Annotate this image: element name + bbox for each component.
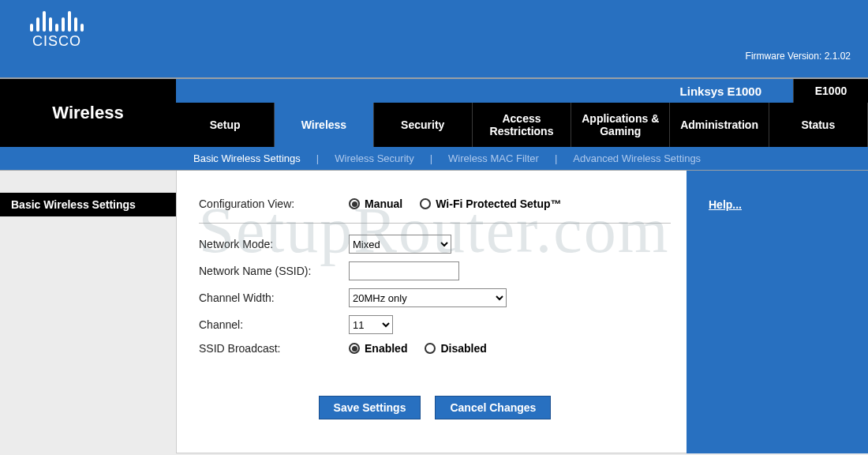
tab-access-restrictions[interactable]: Access Restrictions: [473, 103, 571, 147]
radio-label: Wi-Fi Protected Setup™: [436, 197, 561, 210]
brand-text: CISCO: [32, 33, 81, 50]
content: Basic Wireless Settings Configuration Vi…: [0, 171, 868, 453]
tab-wireless[interactable]: Wireless: [275, 103, 373, 147]
button-bar: Save Settings Cancel Changes: [199, 396, 671, 419]
row-channel-width: Channel Width: 20MHz only: [199, 288, 671, 307]
radio-icon: [425, 343, 436, 354]
subnav-basic-wireless[interactable]: Basic Wireless Settings: [193, 152, 301, 164]
left-column: Basic Wireless Settings: [0, 171, 176, 453]
label-channel: Channel:: [199, 318, 349, 331]
product-name: Linksys E1000: [649, 85, 793, 98]
row-network-mode: Network Mode: Mixed: [199, 235, 671, 254]
nav-tabs-area: Linksys E1000 E1000 Setup Wireless Secur…: [176, 79, 868, 147]
help-link[interactable]: Help...: [709, 198, 742, 211]
subnav-wireless-security[interactable]: Wireless Security: [335, 152, 413, 164]
select-network-mode[interactable]: Mixed: [349, 235, 451, 254]
tab-security[interactable]: Security: [374, 103, 473, 147]
radio-icon: [349, 343, 360, 354]
radio-group-config-view: Manual Wi-Fi Protected Setup™: [349, 197, 562, 210]
save-button[interactable]: Save Settings: [319, 396, 421, 419]
label-ssid: Network Name (SSID):: [199, 265, 349, 277]
tab-applications-gaming[interactable]: Applications & Gaming: [571, 103, 670, 147]
select-channel[interactable]: 11: [349, 315, 393, 334]
section-title: Basic Wireless Settings: [0, 193, 176, 216]
tab-setup[interactable]: Setup: [176, 103, 275, 147]
tab-administration[interactable]: Administration: [670, 103, 769, 147]
product-row: Linksys E1000 E1000: [176, 79, 868, 103]
label-ssid-broadcast: SSID Broadcast:: [199, 342, 349, 355]
radio-wps[interactable]: Wi-Fi Protected Setup™: [420, 197, 561, 210]
label-config-view: Configuration View:: [199, 197, 349, 210]
subnav-advanced[interactable]: Advanced Wireless Settings: [573, 152, 701, 164]
select-channel-width[interactable]: 20MHz only: [349, 288, 507, 307]
radio-label: Disabled: [440, 342, 486, 355]
page-title: Wireless: [0, 79, 176, 147]
subnav-mac-filter[interactable]: Wireless MAC Filter: [448, 152, 539, 164]
cisco-logo: CISCO: [30, 9, 84, 50]
tab-status[interactable]: Status: [769, 103, 868, 147]
subnav: Basic Wireless Settings | Wireless Secur…: [0, 147, 868, 171]
row-ssid: Network Name (SSID):: [199, 261, 671, 280]
radio-enabled[interactable]: Enabled: [349, 342, 407, 355]
radio-disabled[interactable]: Disabled: [425, 342, 486, 355]
row-config-view: Configuration View: Manual Wi-Fi Protect…: [199, 197, 671, 224]
radio-manual[interactable]: Manual: [349, 197, 402, 210]
radio-label: Manual: [365, 197, 402, 210]
label-channel-width: Channel Width:: [199, 291, 349, 304]
radio-icon: [349, 198, 360, 209]
input-ssid[interactable]: [349, 261, 459, 280]
tabs-row: Setup Wireless Security Access Restricti…: [176, 103, 868, 147]
nav-strip: Wireless Linksys E1000 E1000 Setup Wirel…: [0, 79, 868, 147]
radio-icon: [420, 198, 431, 209]
radio-label: Enabled: [365, 342, 407, 355]
radio-group-broadcast: Enabled Disabled: [349, 342, 487, 355]
row-channel: Channel: 11: [199, 315, 671, 334]
model-short: E1000: [793, 79, 868, 103]
firmware-version: Firmware Version: 2.1.02: [746, 51, 851, 62]
label-network-mode: Network Mode:: [199, 238, 349, 250]
row-ssid-broadcast: SSID Broadcast: Enabled Disabled: [199, 342, 671, 355]
help-column: Help...: [687, 171, 868, 453]
form-panel: Configuration View: Manual Wi-Fi Protect…: [176, 171, 687, 453]
cancel-button[interactable]: Cancel Changes: [435, 396, 551, 419]
cisco-logo-icon: [30, 9, 84, 32]
header: CISCO Firmware Version: 2.1.02: [0, 0, 868, 79]
